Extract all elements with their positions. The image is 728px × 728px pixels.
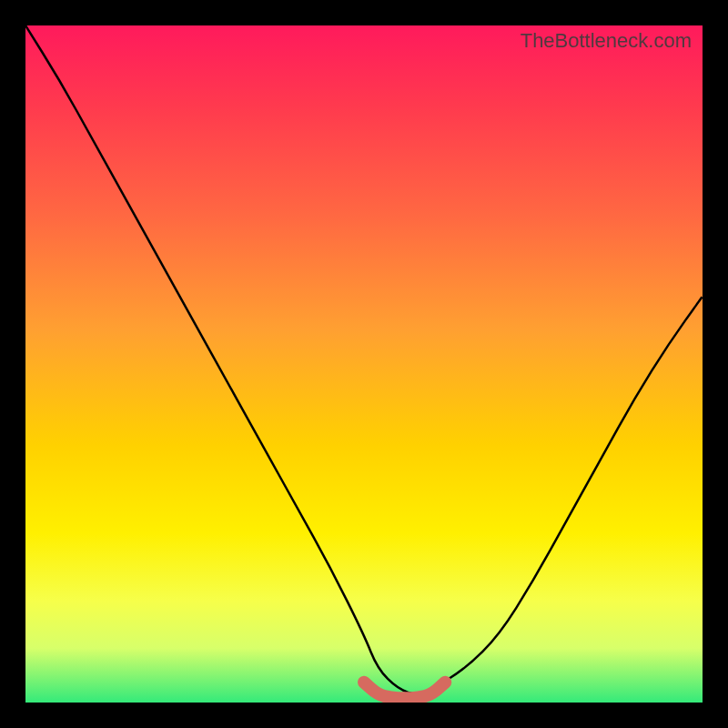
plot-area: TheBottleneck.com — [25, 25, 703, 703]
watermark-text: TheBottleneck.com — [521, 29, 692, 53]
optimal-range-marker — [364, 682, 445, 699]
chart-frame: TheBottleneck.com — [0, 0, 728, 728]
curve-layer — [25, 25, 703, 703]
bottleneck-curve — [25, 25, 703, 694]
